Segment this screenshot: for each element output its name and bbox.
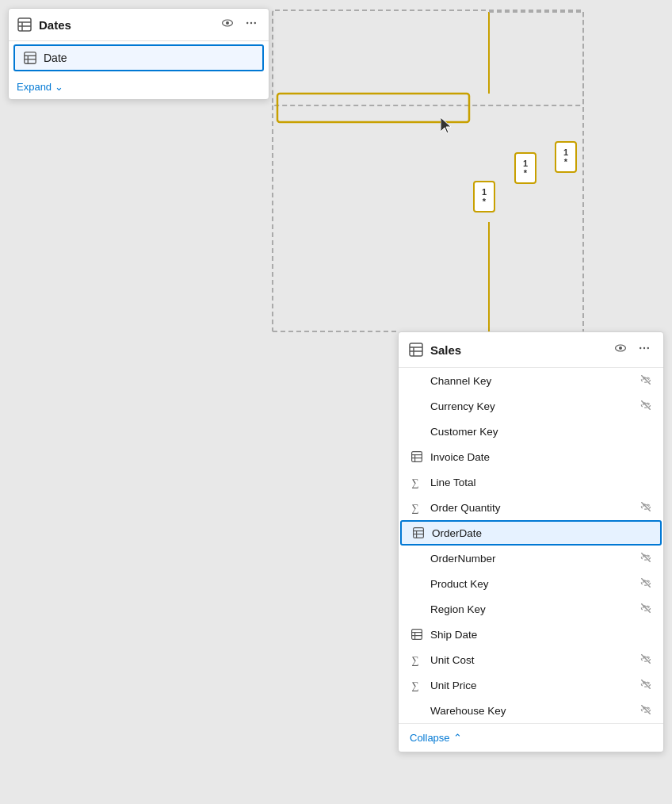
badge-1-bottom: * bbox=[483, 197, 486, 206]
field-row-order-date[interactable]: OrderDate bbox=[400, 520, 662, 546]
svg-rect-21 bbox=[410, 343, 422, 356]
spacer-icon bbox=[410, 602, 424, 616]
field-label-unit-price: Unit Price bbox=[430, 680, 633, 691]
relationship-badge-3: 1 * bbox=[555, 141, 577, 173]
dates-panel: Dates Date bbox=[8, 8, 269, 100]
field-label-region-key: Region Key bbox=[430, 603, 633, 615]
svg-point-27 bbox=[640, 347, 641, 349]
field-row-warehouse-key[interactable]: Warehouse Key bbox=[399, 698, 663, 723]
svg-rect-8 bbox=[18, 18, 31, 31]
svg-rect-36 bbox=[412, 452, 422, 462]
field-row-order-quantity[interactable]: ∑ Order Quantity bbox=[399, 495, 663, 520]
field-row-unit-price[interactable]: ∑ Unit Price bbox=[399, 672, 663, 698]
svg-point-29 bbox=[647, 347, 649, 349]
eye-off-icon bbox=[640, 576, 652, 592]
date-field-row[interactable]: Date bbox=[13, 44, 264, 71]
field-label-order-number: OrderNumber bbox=[430, 553, 633, 565]
field-row-invoice-date[interactable]: Invoice Date bbox=[399, 444, 663, 469]
sigma-icon: ∑ bbox=[410, 500, 424, 515]
svg-marker-73 bbox=[441, 117, 451, 133]
field-row-order-number[interactable]: OrderNumber bbox=[399, 546, 663, 571]
expand-button[interactable]: Expand ⌄ bbox=[17, 81, 63, 93]
date-field-label: Date bbox=[44, 52, 67, 64]
field-label-order-date: OrderDate bbox=[432, 527, 651, 539]
field-row-channel-key[interactable]: Channel Key bbox=[399, 368, 663, 393]
spacer-icon bbox=[410, 703, 424, 718]
sales-panel-footer: Collapse ⌃ bbox=[399, 723, 663, 752]
field-row-currency-key[interactable]: Currency Key bbox=[399, 393, 663, 419]
sales-fields-list: Channel Key Currency Key Customer Key bbox=[399, 368, 663, 723]
badge-3-top: 1 bbox=[563, 147, 568, 157]
field-label-unit-cost: Unit Cost bbox=[430, 654, 633, 666]
badge-3-bottom: * bbox=[564, 157, 567, 167]
cursor bbox=[441, 117, 453, 138]
badge-1-top: 1 bbox=[482, 187, 487, 197]
relationship-badge-2: 1 * bbox=[514, 152, 536, 184]
field-row-line-total[interactable]: ∑ Line Total bbox=[399, 469, 663, 495]
sigma-icon: ∑ bbox=[410, 653, 424, 667]
field-row-ship-date[interactable]: Ship Date bbox=[399, 622, 663, 647]
sales-panel: Sales Channel Key bbox=[398, 331, 664, 752]
svg-point-13 bbox=[226, 21, 229, 25]
spacer-icon bbox=[410, 399, 424, 413]
sales-eye-button[interactable] bbox=[611, 340, 630, 359]
svg-point-26 bbox=[619, 346, 622, 350]
sales-panel-title: Sales bbox=[430, 343, 605, 357]
table-icon bbox=[410, 450, 424, 464]
sigma-icon: ∑ bbox=[410, 475, 424, 489]
eye-off-icon bbox=[640, 703, 652, 718]
collapse-button[interactable]: Collapse ⌃ bbox=[410, 732, 462, 744]
field-row-unit-cost[interactable]: ∑ Unit Cost bbox=[399, 647, 663, 672]
svg-text:∑: ∑ bbox=[412, 477, 419, 488]
field-label-line-total: Line Total bbox=[430, 477, 652, 488]
spacer-icon bbox=[410, 424, 424, 438]
dates-panel-header: Dates bbox=[9, 9, 269, 41]
relationship-badge-1: 1 * bbox=[473, 181, 495, 212]
svg-point-28 bbox=[643, 347, 645, 349]
dates-panel-title: Dates bbox=[39, 18, 212, 32]
dates-table-icon bbox=[17, 17, 32, 33]
dates-more-button[interactable] bbox=[242, 15, 261, 34]
svg-text:∑: ∑ bbox=[412, 503, 419, 514]
svg-point-16 bbox=[254, 22, 256, 24]
field-row-product-key[interactable]: Product Key bbox=[399, 571, 663, 596]
sales-table-icon bbox=[408, 342, 424, 358]
spacer-icon bbox=[410, 551, 424, 565]
field-label-currency-key: Currency Key bbox=[430, 400, 633, 412]
dates-eye-button[interactable] bbox=[218, 15, 237, 34]
date-table-icon bbox=[23, 51, 37, 65]
eye-off-icon bbox=[640, 373, 652, 389]
eye-off-icon bbox=[640, 602, 652, 617]
field-label-customer-key: Customer Key bbox=[430, 426, 652, 438]
expand-label: Expand bbox=[17, 81, 52, 93]
eye-off-icon bbox=[640, 551, 652, 566]
dates-header-actions bbox=[218, 15, 261, 34]
spacer-icon bbox=[410, 373, 424, 388]
spacer-icon bbox=[410, 576, 424, 591]
dates-panel-footer: Expand ⌄ bbox=[9, 75, 269, 99]
svg-rect-58 bbox=[412, 630, 422, 640]
field-label-order-quantity: Order Quantity bbox=[430, 502, 633, 514]
field-row-region-key[interactable]: Region Key bbox=[399, 596, 663, 622]
field-label-warehouse-key: Warehouse Key bbox=[430, 705, 633, 717]
field-label-invoice-date: Invoice Date bbox=[430, 451, 652, 463]
chevron-up-icon: ⌃ bbox=[453, 732, 462, 744]
svg-text:∑: ∑ bbox=[412, 680, 419, 691]
svg-rect-1 bbox=[277, 94, 469, 122]
svg-text:∑: ∑ bbox=[412, 655, 419, 666]
field-label-product-key: Product Key bbox=[430, 578, 633, 590]
sales-panel-header: Sales bbox=[399, 332, 663, 368]
svg-rect-17 bbox=[25, 52, 36, 63]
sales-more-button[interactable] bbox=[635, 340, 654, 359]
eye-off-icon bbox=[640, 399, 652, 414]
field-label-channel-key: Channel Key bbox=[430, 375, 633, 387]
svg-point-15 bbox=[250, 22, 252, 24]
table-icon bbox=[411, 526, 426, 540]
badge-2-bottom: * bbox=[524, 168, 527, 178]
svg-rect-0 bbox=[273, 10, 583, 105]
svg-point-14 bbox=[246, 22, 248, 24]
collapse-label: Collapse bbox=[410, 732, 450, 744]
field-row-customer-key[interactable]: Customer Key bbox=[399, 419, 663, 444]
badge-2-top: 1 bbox=[523, 159, 528, 168]
field-label-ship-date: Ship Date bbox=[430, 629, 652, 641]
